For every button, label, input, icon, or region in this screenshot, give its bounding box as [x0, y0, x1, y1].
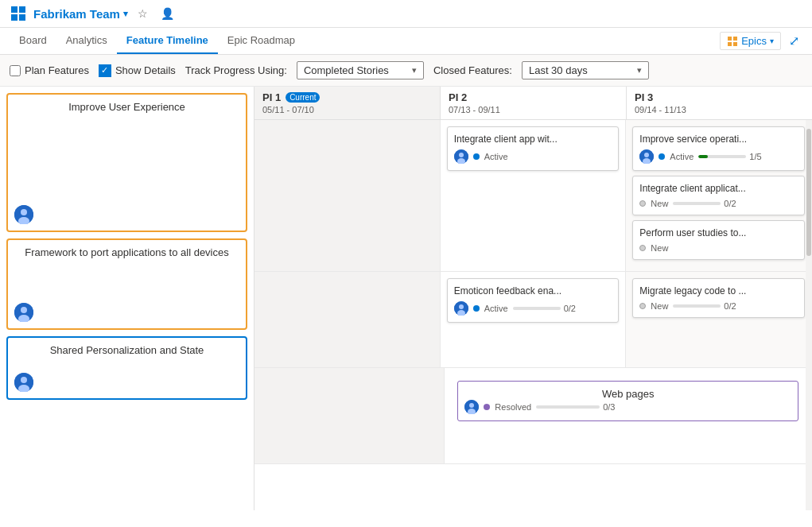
tab-epic-roadmap[interactable]: Epic Roadmap [218, 28, 305, 54]
top-bar: Fabrikam Team ▾ ☆ 👤 [0, 0, 812, 28]
pi1-label: PI 1 Current [262, 91, 432, 103]
story-avatar-integrate [454, 149, 468, 164]
story-card-web-pages[interactable]: Web pages Resolved [457, 381, 798, 421]
svg-point-12 [21, 307, 27, 313]
pi2-cell-improve-ux: Integrate client app wit... Active [441, 120, 627, 271]
pi1-cell-shared [254, 368, 445, 463]
scrollbar-track[interactable] [806, 87, 812, 510]
pi23-cell-shared: Web pages Resolved [445, 368, 812, 463]
progress-bar-web-pages [536, 405, 600, 409]
status-resolved: Resolved [495, 402, 531, 412]
pi-col-2-header: PI 2 07/13 - 09/11 [441, 87, 627, 119]
svg-point-24 [459, 304, 464, 309]
status-dot-new-2 [639, 245, 646, 251]
pi3-dates: 09/14 - 11/13 [635, 105, 804, 114]
top-bar-actions: ☆ 👤 [134, 6, 177, 21]
story-avatar-web-pages [464, 400, 479, 414]
track-progress-chevron-icon: ▾ [412, 65, 417, 76]
status-active-1: Active [484, 152, 508, 161]
svg-rect-0 [11, 6, 17, 13]
story-title-improve-service: Improve service operati... [639, 134, 798, 145]
pi3-cell-framework: Migrate legacy code to ... New 0/2 [626, 272, 812, 367]
story-meta-integrate-client: Active [454, 149, 612, 164]
progress-count-migrate-legacy: 0/2 [724, 301, 736, 311]
svg-point-27 [469, 403, 474, 408]
current-badge: Current [286, 92, 320, 103]
pi3-cell-improve-ux: Improve service operati... Active [626, 120, 812, 271]
pi-col-3-header: PI 3 09/14 - 11/13 [627, 87, 812, 119]
show-details-checkbox-label[interactable]: ✓ Show Details [99, 64, 176, 77]
svg-rect-7 [733, 42, 737, 46]
toolbar: Plan Features ✓ Show Details Track Progr… [0, 55, 812, 87]
avatar-improve-ux [14, 205, 33, 224]
story-card-emoticon[interactable]: Emoticon feedback ena... Active [447, 278, 620, 323]
story-meta-improve-service: Active 1/5 [639, 149, 798, 164]
svg-rect-2 [11, 14, 17, 21]
star-button[interactable]: ☆ [134, 6, 151, 21]
pi2-dates: 07/13 - 09/11 [449, 105, 618, 114]
status-dot-resolved [484, 404, 490, 410]
progress-web-pages: 0/3 [536, 402, 615, 412]
tab-board[interactable]: Board [10, 28, 56, 54]
timeline-row-improve-ux: Integrate client app wit... Active [254, 120, 812, 272]
progress-bar-emoticon [513, 307, 561, 310]
plan-features-checkbox[interactable] [10, 65, 21, 76]
story-card-improve-service[interactable]: Improve service operati... Active [632, 126, 805, 171]
epic-label-shared: Shared Personalization and State [14, 344, 239, 356]
progress-count-improve-service: 1/5 [749, 152, 761, 161]
status-dot-active-2 [659, 153, 665, 160]
tab-analytics[interactable]: Analytics [56, 28, 117, 54]
pi2-label: PI 2 [449, 91, 618, 103]
story-card-perform-user-studies[interactable]: Perform user studies to... New [632, 220, 805, 260]
story-meta-emoticon: Active 0/2 [454, 301, 612, 316]
tab-feature-timeline[interactable]: Feature Timeline [117, 28, 218, 54]
epic-row-improve-ux: Improve User Experience [6, 93, 247, 232]
progress-count-web-pages: 0/3 [603, 402, 615, 412]
story-title-perform-user-studies: Perform user studies to... [639, 227, 798, 238]
timeline-main: PI 1 Current 05/11 - 07/10 PI 2 07/13 - … [254, 87, 812, 510]
epic-row-shared: Shared Personalization and State [6, 336, 247, 400]
story-avatar-emoticon [454, 301, 468, 316]
closed-features-dropdown[interactable]: Last 30 days ▾ [522, 61, 649, 79]
story-title-integrate-client-app: Integrate client applicat... [639, 183, 798, 194]
story-card-integrate-client-app[interactable]: Integrate client applicat... New 0/2 [632, 176, 805, 215]
pi1-dates: 05/11 - 07/10 [262, 105, 432, 114]
epic-label-framework: Framework to port applications to all de… [14, 246, 239, 258]
progress-count-integrate-client-app: 0/2 [724, 199, 736, 208]
status-new-2: New [651, 243, 668, 253]
web-pages-title: Web pages [464, 388, 791, 400]
svg-point-18 [459, 153, 464, 157]
status-active-2: Active [670, 152, 694, 161]
pi2-cell-framework: Emoticon feedback ena... Active [441, 272, 627, 367]
story-meta-integrate-client-app: New 0/2 [639, 199, 798, 208]
progress-count-emoticon: 0/2 [564, 304, 576, 313]
epics-list: Improve User Experience Framework to por… [0, 87, 254, 510]
status-dot-active-3 [473, 305, 480, 312]
story-title-integrate-client: Integrate client app wit... [454, 134, 612, 145]
story-card-migrate-legacy[interactable]: Migrate legacy code to ... New 0/2 [632, 278, 805, 318]
story-meta-migrate-legacy: New 0/2 [639, 301, 798, 311]
pi1-cell-framework [254, 272, 441, 367]
expand-button[interactable]: ⤢ [786, 32, 802, 50]
story-card-integrate-client[interactable]: Integrate client app wit... Active [447, 126, 620, 171]
status-dot-active-1 [473, 153, 480, 160]
scrollbar-thumb[interactable] [806, 129, 811, 256]
track-progress-dropdown[interactable]: Completed Stories ▾ [297, 61, 424, 79]
timeline-row-shared: Web pages Resolved [254, 368, 812, 464]
pi1-cell-improve-ux [254, 120, 441, 271]
svg-rect-1 [19, 6, 25, 13]
progress-emoticon: 0/2 [513, 304, 576, 313]
epic-row-framework: Framework to port applications to all de… [6, 238, 247, 330]
svg-point-9 [21, 209, 27, 215]
chevron-icon: ▾ [123, 9, 128, 19]
epics-grid-icon [727, 36, 738, 47]
timeline-wrapper: Improve User Experience Framework to por… [0, 87, 812, 510]
people-button[interactable]: 👤 [157, 6, 177, 21]
epics-chevron-icon: ▾ [770, 37, 774, 45]
epics-button[interactable]: Epics ▾ [720, 32, 781, 50]
story-meta-web-pages: Resolved 0/3 [464, 400, 791, 414]
closed-features-label: Closed Features: [433, 64, 512, 76]
nav-tabs: Board Analytics Feature Timeline Epic Ro… [0, 28, 812, 55]
plan-features-checkbox-label[interactable]: Plan Features [10, 64, 89, 76]
team-name[interactable]: Fabrikam Team ▾ [33, 7, 128, 21]
